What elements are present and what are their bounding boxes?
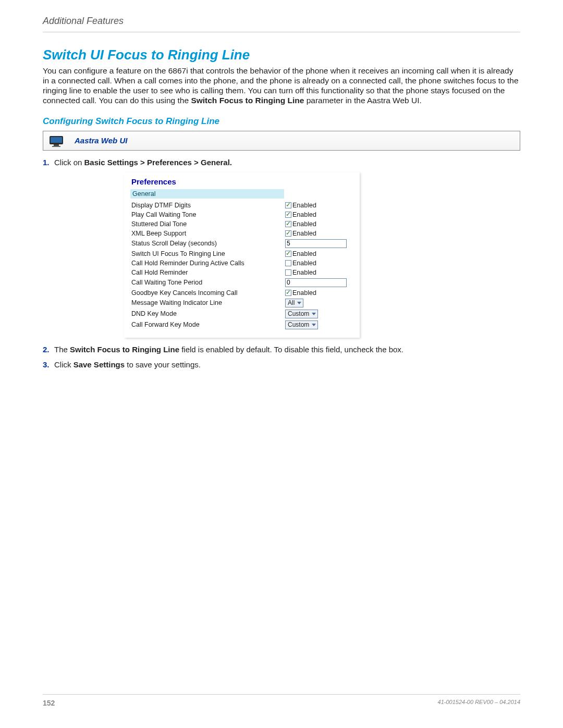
page-footer: 152 41-001524-00 REV00 – 04.2014 (43, 694, 520, 707)
pref-label: Call Waiting Tone Period (130, 277, 284, 288)
step2-post: field is enabled by default. To disable … (179, 345, 403, 354)
enabled-label: Enabled (292, 202, 316, 209)
enabled-checkbox[interactable] (285, 251, 291, 257)
pref-value-cell: Enabled (284, 219, 353, 229)
enabled-checkbox[interactable] (285, 202, 291, 208)
preferences-panel: Preferences General Display DTMF DigitsE… (124, 172, 360, 338)
enabled-checkbox[interactable] (285, 221, 291, 227)
step3-bold: Save Settings (74, 360, 125, 369)
config-subhead: Configuring Switch Focus to Ringing Line (43, 116, 520, 127)
pref-row: Switch UI Focus To Ringing LineEnabled (130, 249, 353, 258)
pref-row: Goodbye Key Cancels Incoming CallEnabled (130, 288, 353, 298)
pref-row: XML Beep SupportEnabled (130, 229, 353, 238)
pref-label: Goodbye Key Cancels Incoming Call (130, 288, 284, 298)
enabled-label: Enabled (292, 211, 316, 218)
pref-select[interactable]: All (285, 299, 303, 307)
pref-value-cell: Enabled (284, 210, 353, 219)
pref-text-input[interactable] (285, 239, 347, 248)
enabled-label: Enabled (292, 289, 316, 297)
pref-select[interactable]: Custom (285, 320, 318, 329)
enabled-checkbox[interactable] (285, 290, 291, 296)
pref-value-cell: Enabled (284, 249, 353, 258)
pref-label: Play Call Waiting Tone (130, 210, 284, 219)
pref-text-input[interactable] (285, 278, 347, 287)
pref-value-cell: Custom (284, 319, 353, 330)
doc-id: 41-001524-00 REV00 – 04.2014 (438, 699, 520, 707)
pref-label: Stuttered Dial Tone (130, 219, 284, 229)
step3-pre: Click (54, 360, 74, 369)
step-2: The Switch Focus to Ringing Line field i… (43, 345, 520, 354)
pref-label: Switch UI Focus To Ringing Line (130, 249, 284, 258)
enabled-label: Enabled (292, 220, 316, 228)
step2-pre: The (54, 345, 70, 354)
pref-row: Call Waiting Tone Period (130, 277, 353, 288)
svg-rect-1 (51, 137, 62, 143)
pref-row: DND Key ModeCustom (130, 309, 353, 319)
pref-value-cell: Enabled (284, 288, 353, 298)
enabled-checkbox[interactable] (285, 230, 291, 237)
enabled-label: Enabled (292, 230, 316, 237)
enabled-label: Enabled (292, 269, 316, 276)
pref-label: DND Key Mode (130, 309, 284, 319)
step3-post: to save your settings. (125, 360, 201, 369)
page-header: Additional Features (43, 16, 520, 32)
step1-bold: Basic Settings > Preferences > General. (84, 158, 232, 167)
intro-post: parameter in the Aastra Web UI. (304, 96, 421, 105)
pref-label: Display DTMF Digits (130, 201, 284, 210)
pref-label: Call Hold Reminder During Active Calls (130, 258, 284, 268)
pref-value-cell: All (284, 298, 353, 309)
step1-pre: Click on (54, 158, 84, 167)
pref-value-cell: Enabled (284, 229, 353, 238)
step-1: Click on Basic Settings > Preferences > … (43, 158, 520, 338)
general-section: General (130, 189, 284, 199)
intro-text: You can configure a feature on the 6867i… (43, 66, 520, 106)
pref-value-cell (284, 238, 353, 249)
pref-value-cell: Enabled (284, 258, 353, 268)
page-number: 152 (43, 699, 55, 707)
pref-row: Message Waiting Indicator LineAll (130, 298, 353, 309)
pref-select[interactable]: Custom (285, 310, 318, 318)
pref-row: Status Scroll Delay (seconds) (130, 238, 353, 249)
pref-row: Call Hold ReminderEnabled (130, 268, 353, 277)
pref-value-cell: Enabled (284, 201, 353, 210)
enabled-checkbox[interactable] (285, 260, 291, 266)
pref-label: Message Waiting Indicator Line (130, 298, 284, 309)
pref-value-cell (284, 277, 353, 288)
pref-row: Display DTMF DigitsEnabled (130, 201, 353, 210)
steps-list: Click on Basic Settings > Preferences > … (43, 158, 520, 369)
step-3: Click Save Settings to save your setting… (43, 360, 520, 369)
pref-label: Status Scroll Delay (seconds) (130, 238, 284, 249)
monitor-icon (48, 133, 67, 148)
pref-value-cell: Enabled (284, 268, 353, 277)
enabled-checkbox[interactable] (285, 269, 291, 276)
preferences-table: Display DTMF DigitsEnabledPlay Call Wait… (130, 201, 353, 330)
enabled-checkbox[interactable] (285, 212, 291, 218)
intro-bold: Switch Focus to Ringing Line (191, 96, 304, 105)
pref-row: Call Forward Key ModeCustom (130, 319, 353, 330)
pref-label: Call Forward Key Mode (130, 319, 284, 330)
enabled-label: Enabled (292, 250, 316, 257)
svg-rect-2 (54, 144, 59, 146)
pref-value-cell: Custom (284, 309, 353, 319)
aastra-bar-label: Aastra Web UI (75, 136, 127, 145)
pref-label: Call Hold Reminder (130, 268, 284, 277)
pref-row: Play Call Waiting ToneEnabled (130, 210, 353, 219)
svg-rect-3 (52, 146, 60, 147)
pref-row: Call Hold Reminder During Active CallsEn… (130, 258, 353, 268)
page-title: Switch UI Focus to Ringing Line (43, 47, 520, 63)
aastra-web-ui-bar: Aastra Web UI (43, 131, 520, 151)
preferences-title: Preferences (131, 177, 353, 186)
pref-row: Stuttered Dial ToneEnabled (130, 219, 353, 229)
step2-bold: Switch Focus to Ringing Line (70, 345, 179, 354)
pref-label: XML Beep Support (130, 229, 284, 238)
enabled-label: Enabled (292, 260, 316, 267)
